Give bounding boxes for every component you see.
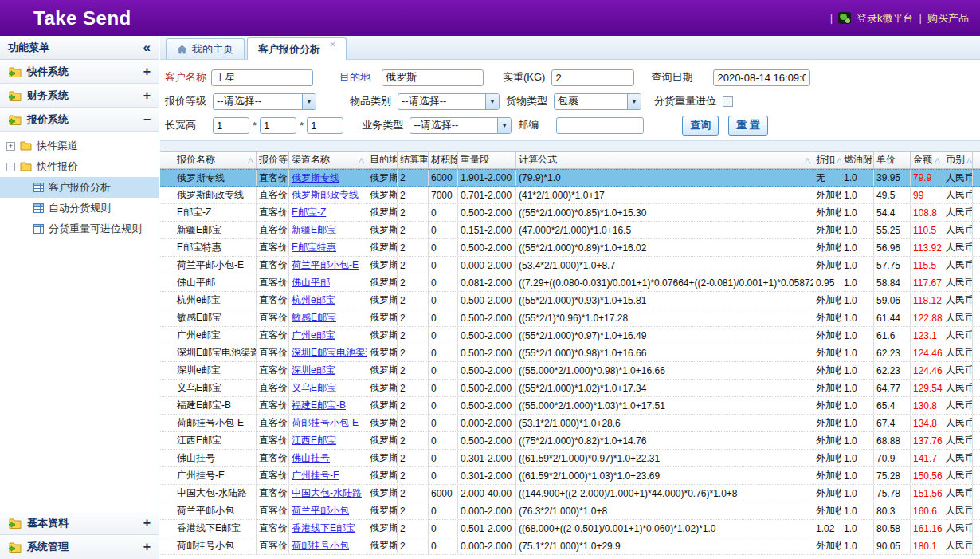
tree-node-express-channel[interactable]: + 快件渠道 bbox=[0, 136, 159, 156]
tab-customer-quote-analysis[interactable]: 客户报价分析 × bbox=[247, 37, 347, 60]
column-header-formula[interactable]: 计算公式△ bbox=[516, 152, 813, 168]
column-header-discount[interactable]: 折扣△ bbox=[813, 152, 841, 168]
sidebar-section-finance[interactable]: 财务系统 + bbox=[0, 84, 159, 108]
sort-icon[interactable]: △ bbox=[965, 156, 972, 164]
height-input[interactable] bbox=[307, 117, 343, 134]
business-type-select[interactable]: --请选择-- ▼ bbox=[410, 117, 512, 134]
cell-channel[interactable]: 义乌E邮宝 bbox=[289, 380, 367, 396]
cargo-type-select[interactable]: 包裹 ▼ bbox=[554, 93, 641, 110]
expand-plus-icon[interactable]: + bbox=[143, 516, 151, 530]
column-header-price[interactable]: 单价 bbox=[874, 152, 911, 168]
table-row[interactable]: 深圳E邮宝电池渠道直客价深圳E邮宝电池渠道俄罗斯200.500-2.000((5… bbox=[160, 344, 980, 362]
table-row[interactable]: 江西E邮宝直客价江西E邮宝俄罗斯200.500-2.000((75*2/1.00… bbox=[160, 432, 980, 450]
column-header-fuel[interactable]: 燃油附加 bbox=[841, 152, 874, 168]
cell-channel[interactable]: 香港线下E邮宝 bbox=[289, 520, 367, 537]
cell-channel[interactable]: 佛山平邮 bbox=[289, 274, 367, 291]
sidebar-section-basic-data[interactable]: 基本资料 + bbox=[0, 511, 159, 535]
column-header-vol[interactable]: 材积除 bbox=[429, 152, 458, 168]
sort-icon[interactable]: △ bbox=[835, 156, 841, 164]
expand-plus-icon[interactable]: + bbox=[143, 540, 151, 554]
cell-channel[interactable]: 俄罗斯专线 bbox=[289, 170, 367, 186]
query-date-input[interactable] bbox=[713, 69, 810, 86]
collapse-sidebar-icon[interactable]: « bbox=[143, 41, 151, 54]
close-tab-icon[interactable]: × bbox=[330, 39, 335, 50]
sidebar-section-express[interactable]: 快件系统 + bbox=[0, 60, 159, 84]
table-row[interactable]: 广州e邮宝直客价广州e邮宝俄罗斯200.500-2.000((55*2/1.00… bbox=[160, 327, 980, 344]
table-row[interactable]: 杭州e邮宝直客价杭州e邮宝俄罗斯200.500-2.000((55*2/1.00… bbox=[160, 292, 980, 309]
table-row[interactable]: 佛山平邮直客价佛山平邮俄罗斯200.081-2.000((7.29+((0.08… bbox=[160, 274, 980, 292]
panel-splitter[interactable] bbox=[160, 140, 980, 152]
reset-button[interactable]: 重 置 bbox=[728, 116, 768, 136]
table-row[interactable]: E邮宝-Z直客价E邮宝-Z俄罗斯200.500-2.000((55*2/1.00… bbox=[160, 204, 980, 222]
cell-channel[interactable]: 荷兰平邮小包-E bbox=[289, 257, 367, 274]
cell-channel[interactable]: E邮宝特惠 bbox=[289, 239, 367, 256]
expand-box-icon[interactable]: + bbox=[6, 142, 15, 151]
destination-input[interactable] bbox=[382, 69, 484, 86]
cell-channel[interactable]: 荷邮挂号小包 bbox=[289, 537, 367, 554]
item-category-select[interactable]: --请选择-- ▼ bbox=[398, 93, 500, 110]
table-row[interactable]: 新疆E邮宝直客价新疆E邮宝俄罗斯200.151-2.000(47.000*2/1… bbox=[160, 222, 980, 239]
collapse-minus-icon[interactable]: − bbox=[143, 112, 151, 127]
sidebar-item-customer-quote-analysis[interactable]: 客户报价分析 bbox=[0, 177, 159, 198]
table-row[interactable]: 香港线下E邮宝直客价香港线下E邮宝俄罗斯200.501-2.000((68.00… bbox=[160, 520, 980, 537]
cell-channel[interactable]: 杭州e邮宝 bbox=[289, 292, 367, 309]
column-header-currency[interactable]: 币别△ bbox=[943, 152, 973, 168]
table-row[interactable]: 俄罗斯邮政专线直客价俄罗斯邮政专线俄罗斯270000.701-2.000(41*… bbox=[160, 187, 980, 204]
column-header-weight[interactable]: 结算重量 bbox=[398, 152, 429, 168]
width-input[interactable] bbox=[260, 117, 296, 134]
cell-channel[interactable]: 广州e邮宝 bbox=[289, 327, 367, 344]
length-input[interactable] bbox=[213, 117, 249, 134]
cell-channel[interactable]: 新疆E邮宝 bbox=[289, 222, 367, 238]
search-button[interactable]: 查询 bbox=[682, 116, 719, 136]
tree-node-express-quote[interactable]: − 快件报价 bbox=[0, 156, 159, 177]
cell-channel[interactable]: 深圳e邮宝 bbox=[289, 362, 367, 379]
column-header-channel[interactable]: 渠道名称△ bbox=[289, 152, 367, 168]
expand-plus-icon[interactable]: + bbox=[143, 89, 151, 103]
sort-icon[interactable]: △ bbox=[246, 156, 253, 164]
sort-icon[interactable]: △ bbox=[803, 156, 810, 164]
sidebar-item-auto-sorting-rules[interactable]: 自动分货规则 bbox=[0, 198, 159, 218]
table-row[interactable]: 荷邮挂号小包直客价荷邮挂号小包俄罗斯200.000-2.000(75.1*2/1… bbox=[160, 537, 980, 555]
cell-channel[interactable]: 福建E邮宝-B bbox=[289, 397, 367, 414]
cell-channel[interactable]: 广州挂号-E bbox=[289, 467, 367, 484]
weight-carry-checkbox[interactable] bbox=[723, 96, 733, 107]
column-header-name[interactable]: 报价名称△ bbox=[174, 152, 257, 168]
actual-weight-input[interactable] bbox=[551, 69, 634, 86]
cell-channel[interactable]: 荷邮挂号小包-E bbox=[289, 415, 367, 431]
table-row[interactable]: 深圳e邮宝直客价深圳e邮宝俄罗斯200.500-2.000((55.000*2/… bbox=[160, 362, 980, 380]
table-row[interactable]: 荷邮挂号小包-E直客价荷邮挂号小包-E俄罗斯200.000-2.000(53.1… bbox=[160, 415, 980, 432]
column-header-amount[interactable]: 金额△ bbox=[911, 152, 943, 168]
table-row[interactable]: 敏感E邮宝直客价敏感E邮宝俄罗斯200.500-2.000((55*2/1)*0… bbox=[160, 309, 980, 327]
sidebar-section-quote[interactable]: 报价系统 − bbox=[0, 108, 159, 132]
table-row[interactable]: E邮宝特惠直客价E邮宝特惠俄罗斯200.500-2.000((55*2/1.00… bbox=[160, 239, 980, 257]
collapse-box-icon[interactable]: − bbox=[6, 163, 15, 171]
table-row[interactable]: 中国大包-水陆路直客价中国大包-水陆路俄罗斯260002.000-40.00((… bbox=[160, 485, 980, 502]
cell-channel[interactable]: 深圳E邮宝电池渠道 bbox=[289, 344, 367, 361]
sidebar-section-system-mgmt[interactable]: 系统管理 + bbox=[0, 535, 159, 559]
sort-icon[interactable]: △ bbox=[357, 156, 364, 164]
buy-product-link[interactable]: 购买产品 bbox=[927, 11, 969, 26]
table-row[interactable]: 荷兰平邮小包-E直客价荷兰平邮小包-E俄罗斯200.000-2.000(53.4… bbox=[160, 257, 980, 274]
column-header-grade[interactable]: 报价等级 bbox=[257, 152, 289, 168]
cell-channel[interactable]: 俄罗斯邮政专线 bbox=[289, 187, 367, 203]
table-row[interactable]: 佛山挂号直客价佛山挂号俄罗斯200.301-2.000((61.59*2/1.0… bbox=[160, 450, 980, 467]
table-row[interactable]: 福建E邮宝-B直客价福建E邮宝-B俄罗斯200.500-2.000((55.00… bbox=[160, 397, 980, 415]
expand-plus-icon[interactable]: + bbox=[143, 65, 151, 79]
table-row[interactable]: 义乌E邮宝直客价义乌E邮宝俄罗斯200.500-2.000((55*2/1.00… bbox=[160, 380, 980, 397]
table-row[interactable]: 广州挂号-E直客价广州挂号-E俄罗斯200.301-2.000((61.59*2… bbox=[160, 467, 980, 485]
cell-channel[interactable]: 敏感E邮宝 bbox=[289, 309, 367, 326]
cell-channel[interactable]: 荷兰平邮小包 bbox=[289, 502, 367, 519]
column-header-seg[interactable]: 重量段 bbox=[458, 152, 516, 168]
column-header-dest[interactable]: 目的地 bbox=[367, 152, 398, 168]
sidebar-item-weight-carry-rules[interactable]: 分货重量可进位规则 bbox=[0, 218, 159, 239]
cell-channel[interactable]: E邮宝-Z bbox=[289, 204, 367, 221]
quote-grade-select[interactable]: --请选择-- ▼ bbox=[213, 93, 316, 110]
cell-channel[interactable]: 江西E邮宝 bbox=[289, 432, 367, 449]
table-row[interactable]: 荷兰平邮小包直客价荷兰平邮小包俄罗斯200.000-2.000(76.3*2/1… bbox=[160, 502, 980, 520]
cell-channel[interactable]: 佛山挂号 bbox=[289, 450, 367, 466]
customer-name-input[interactable] bbox=[211, 69, 313, 86]
tab-my-home[interactable]: 我的主页 bbox=[166, 38, 245, 59]
zip-code-input[interactable] bbox=[556, 117, 644, 134]
cell-channel[interactable]: 中国大包-水陆路 bbox=[289, 485, 367, 502]
sort-icon[interactable]: △ bbox=[933, 156, 940, 164]
